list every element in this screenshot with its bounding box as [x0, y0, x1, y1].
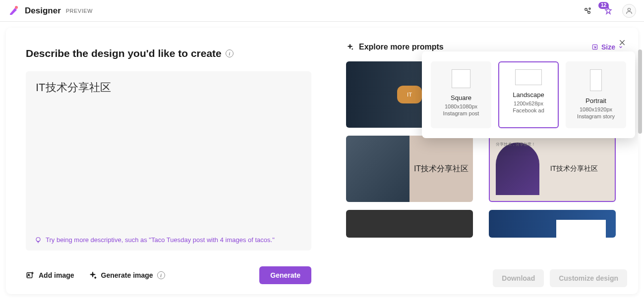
explore-prompts-link[interactable]: Explore more prompts: [346, 43, 444, 51]
header-right: 12: [581, 4, 636, 18]
size-option-label: Square: [436, 94, 486, 101]
customize-button: Customize design: [550, 269, 627, 287]
design-thumbnail[interactable]: IT技术分享社区: [346, 136, 473, 202]
result-actions: Download Customize design: [493, 269, 627, 287]
explore-label: Explore more prompts: [359, 43, 444, 51]
size-preview-square: [452, 69, 470, 88]
size-popover: Square 1080x1080px Instagram post Landsc…: [422, 51, 635, 138]
notifications-icon[interactable]: 12: [601, 4, 615, 18]
size-option-landscape[interactable]: Landscape 1200x628px Facebook ad: [498, 61, 559, 128]
svg-point-3: [589, 8, 590, 9]
results-header: Explore more prompts Size: [346, 43, 623, 51]
main-area: Describe the design you'd like to create…: [0, 22, 644, 300]
size-preview-landscape: [515, 69, 542, 85]
prompt-panel: Describe the design you'd like to create…: [6, 28, 321, 294]
info-icon[interactable]: i: [226, 50, 234, 57]
generate-image-button[interactable]: Generate image i: [88, 271, 165, 280]
workspace-card: Describe the design you'd like to create…: [6, 28, 638, 294]
size-option-square[interactable]: Square 1080x1080px Instagram post: [431, 61, 491, 128]
notification-badge: 12: [598, 2, 609, 9]
preview-badge: PREVIEW: [66, 8, 93, 14]
add-image-icon: [26, 271, 35, 280]
prompt-actions-left: Add image Generate image i: [26, 271, 165, 280]
design-thumbnail[interactable]: [346, 210, 473, 238]
results-panel: Explore more prompts Size Square 1080x10…: [321, 28, 638, 294]
scrollbar[interactable]: [638, 50, 642, 277]
generate-image-label: Generate image: [101, 271, 153, 279]
size-label: Size: [601, 43, 615, 51]
download-button: Download: [493, 269, 544, 287]
size-option-dims: 1200x628px Facebook ad: [503, 100, 554, 114]
size-option-portrait[interactable]: Portrait 1080x1920px Instagram story: [566, 61, 626, 128]
svg-point-0: [15, 6, 18, 9]
header-left: Designer PREVIEW: [8, 5, 93, 17]
lightbulb-icon: [35, 237, 42, 244]
svg-rect-5: [27, 273, 32, 278]
hint-text: Try being more descriptive, such as "Tac…: [46, 236, 275, 244]
thumb-caption: 分享技术，分享创意！: [496, 142, 535, 147]
share-icon[interactable]: [581, 4, 594, 18]
generate-button[interactable]: Generate: [259, 266, 311, 284]
info-icon[interactable]: i: [157, 271, 165, 279]
design-thumbnail[interactable]: [489, 210, 616, 238]
prompt-input-container: IT技术分享社区 Try being more descriptive, suc…: [26, 71, 311, 250]
design-thumbnail[interactable]: 分享技术，分享创意！ IT技术分享社区: [489, 136, 616, 202]
svg-point-7: [352, 49, 352, 49]
size-option-dims: 1080x1080px Instagram post: [436, 103, 486, 117]
user-avatar[interactable]: [622, 4, 636, 18]
sparkle-icon: [346, 43, 354, 51]
size-option-label: Portrait: [571, 97, 621, 104]
close-button[interactable]: [618, 39, 626, 49]
add-image-label: Add image: [39, 271, 74, 279]
close-icon: [618, 39, 626, 47]
size-option-dims: 1080x1920px Instagram story: [571, 106, 621, 120]
prompt-hint: Try being more descriptive, such as "Tac…: [26, 229, 311, 250]
prompt-input[interactable]: IT技术分享社区: [26, 71, 311, 229]
prompt-actions: Add image Generate image i Generate: [26, 259, 311, 284]
size-option-label: Landscape: [503, 91, 554, 99]
thumb-text: IT技术分享社区: [410, 136, 473, 202]
add-image-button[interactable]: Add image: [26, 271, 74, 280]
prompt-panel-title: Describe the design you'd like to create…: [26, 48, 311, 59]
size-preview-portrait: [590, 69, 602, 91]
app-logo-icon: [8, 5, 20, 17]
resize-icon: [591, 44, 598, 50]
svg-point-4: [628, 8, 630, 10]
app-header: Designer PREVIEW 12: [0, 0, 644, 22]
prompt-title-text: Describe the design you'd like to create: [26, 48, 222, 59]
thumb-text: IT技术分享社区: [545, 137, 615, 201]
scrollbar-thumb[interactable]: [638, 50, 642, 134]
sparkle-icon: [88, 271, 97, 280]
app-name: Designer: [25, 6, 61, 16]
